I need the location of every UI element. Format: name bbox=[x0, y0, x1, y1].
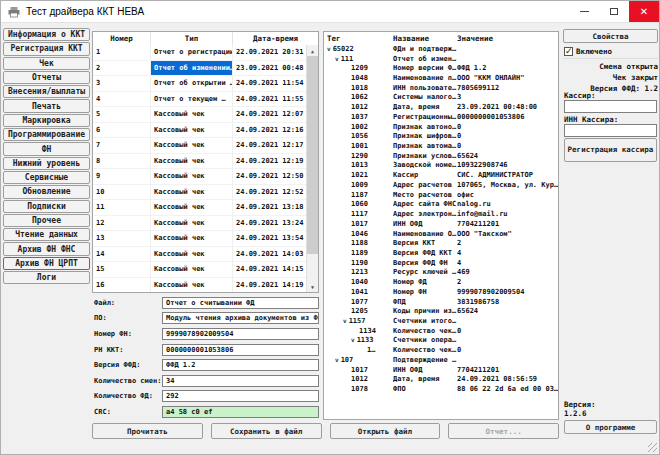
read-button[interactable]: Прочитать bbox=[92, 423, 203, 439]
table-scrollbar[interactable]: ▲ ▼ bbox=[306, 45, 318, 292]
table-row[interactable]: 1Отчет о регистрации22.09.2021 20:31 bbox=[93, 45, 307, 61]
tree-row[interactable]: 1048Наименование п…ООО "ККМ ОНЛАЙН" bbox=[324, 73, 558, 83]
tree-header-cell[interactable]: Значение bbox=[457, 34, 558, 43]
sidebar-item-other[interactable]: Прочее bbox=[3, 214, 90, 227]
tree-row[interactable]: 1056Признак шифров…0 bbox=[324, 131, 558, 141]
table-row[interactable]: 5Кассовый чек24.09.2021 12:07 bbox=[93, 107, 307, 123]
tree-row[interactable]: 1021КассирСИС. АДМИНИСТРАТОР bbox=[324, 170, 558, 180]
expand-icon[interactable]: v bbox=[335, 356, 339, 363]
tree-row[interactable]: 1046Наименование О…ООО "Такском" bbox=[324, 229, 558, 239]
sidebar-item-subscriptions[interactable]: Подписки bbox=[3, 200, 90, 213]
tree-row[interactable]: 1017ИНН ОФД7704211201 bbox=[324, 219, 558, 229]
tree-row[interactable]: 1040Номер ФД2 bbox=[324, 277, 558, 287]
crc-input[interactable] bbox=[162, 406, 319, 418]
sidebar-item-deposits-withdrawals[interactable]: Внесения/выплаты bbox=[3, 85, 90, 98]
tree-row[interactable]: 1290Признаки услов…65624 bbox=[324, 151, 558, 161]
tree-row[interactable]: 1037Регистрационны…0000000001053806 bbox=[324, 112, 558, 122]
tree-row[interactable]: 1078ФПО88 06 22 2d 6a ed 00 03… bbox=[324, 384, 558, 394]
about-button[interactable]: О программе bbox=[564, 420, 657, 434]
register-cashier-button[interactable]: Регистрация кассира bbox=[564, 138, 657, 162]
tree-header-cell[interactable]: Название bbox=[393, 34, 457, 43]
properties-button[interactable]: Свойства bbox=[563, 29, 658, 43]
tree-row[interactable]: 1117Адрес электрон…info@mail.ru bbox=[324, 209, 558, 219]
expand-icon[interactable]: v bbox=[343, 317, 347, 324]
tree-row[interactable]: 1012Дата, время24.09.2021 08:56:59 bbox=[324, 374, 558, 384]
sidebar-item-info-kkt[interactable]: Информация о ККТ bbox=[3, 28, 90, 41]
fd-count-input[interactable] bbox=[162, 390, 319, 402]
sidebar-item-print[interactable]: Печать bbox=[3, 99, 90, 112]
tree-row[interactable]: v1133Счетчики опера… bbox=[324, 336, 558, 346]
expand-icon[interactable]: v bbox=[327, 45, 331, 52]
save-to-file-button[interactable]: Сохранить в файл bbox=[211, 423, 322, 439]
scroll-down-icon[interactable]: ▼ bbox=[307, 281, 318, 292]
tree-row[interactable]: 1060Адрес сайта ФНСnalog.ru bbox=[324, 200, 558, 210]
tree-row[interactable]: 1187Место расчетовофис bbox=[324, 190, 558, 200]
tree-row[interactable]: 1213Ресурс ключей …469 bbox=[324, 268, 558, 278]
table-row[interactable]: 4Отчет о текущем …24.09.2021 11:55 bbox=[93, 92, 307, 108]
tree-row[interactable]: 1002Признак автоно…0 bbox=[324, 122, 558, 132]
expand-icon[interactable]: v bbox=[351, 336, 355, 343]
table-row[interactable]: 11Кассовый чек24.09.2021 13:18 bbox=[93, 200, 307, 216]
table-row[interactable]: 16Кассовый чек24.09.2021 14:19 bbox=[93, 278, 307, 294]
sidebar-item-data-reading[interactable]: Чтение данных bbox=[3, 228, 90, 241]
tree-row[interactable]: 1134Количество чек…0 bbox=[324, 326, 558, 336]
table-row[interactable]: 9Кассовый чек24.09.2021 12:50 bbox=[93, 169, 307, 185]
table-row[interactable]: 7Кассовый чек24.09.2021 12:17 bbox=[93, 138, 307, 154]
file-input[interactable] bbox=[162, 297, 319, 309]
table-header-cell[interactable]: Номер bbox=[93, 32, 151, 45]
tree-row[interactable]: v65022ФДн и подтверж… bbox=[324, 44, 558, 54]
tree-header-cell[interactable]: Тег bbox=[324, 34, 393, 43]
sidebar-item-marking[interactable]: Маркировка bbox=[3, 114, 90, 127]
sidebar-item-check[interactable]: Чек bbox=[3, 57, 90, 70]
tree-row[interactable]: 1017ИНН ОФД7704211201 bbox=[324, 365, 558, 375]
sidebar-item-service[interactable]: Сервисные bbox=[3, 171, 90, 184]
sidebar-item-fn[interactable]: ФН bbox=[3, 142, 90, 155]
table-row[interactable]: 10Кассовый чек24.09.2021 12:52 bbox=[93, 185, 307, 201]
tree-row[interactable]: 1062Системы налого…3 bbox=[324, 93, 558, 103]
tree-row[interactable]: 1001Признак автома…0 bbox=[324, 141, 558, 151]
tree-row[interactable]: 1009Адрес расчетов107065, Москва, ул. Ку… bbox=[324, 180, 558, 190]
cashier-input[interactable] bbox=[564, 100, 657, 113]
tree-row[interactable]: 1012Дата, время23.09.2021 00:48:00 bbox=[324, 102, 558, 112]
resize-grip[interactable] bbox=[648, 443, 657, 452]
table-row[interactable]: 15Кассовый чек24.09.2021 14:15 bbox=[93, 262, 307, 278]
software-input[interactable] bbox=[162, 312, 319, 324]
table-row[interactable]: 2Отчет об изменении…23.09.2021 00:48 bbox=[93, 61, 307, 77]
rn-kkt-input[interactable] bbox=[162, 344, 319, 356]
open-file-button[interactable]: Открыть файл bbox=[330, 423, 441, 439]
sidebar-item-update[interactable]: Обновление bbox=[3, 185, 90, 198]
tree-row[interactable]: 1209Номер версии Ф…ФФД 1.2 bbox=[324, 63, 558, 73]
ffd-version-input[interactable] bbox=[162, 359, 319, 371]
tree-row[interactable]: 1013Заводской номе…109322908746 bbox=[324, 161, 558, 171]
tree-row[interactable]: v107Подтверждение … bbox=[324, 355, 558, 365]
scrollbar-thumb[interactable] bbox=[307, 56, 318, 254]
table-header-cell[interactable]: Тип bbox=[151, 32, 233, 45]
sidebar-item-registration-kkt[interactable]: Регистрация ККТ bbox=[3, 42, 90, 55]
table-row[interactable]: 6Кассовый чек24.09.2021 12:16 bbox=[93, 123, 307, 139]
checkbox-icon[interactable]: ✓ bbox=[564, 47, 573, 56]
table-row[interactable]: 8Кассовый чек24.09.2021 12:19 bbox=[93, 154, 307, 170]
table-row[interactable]: 12Кассовый чек24.09.2021 13:24 bbox=[93, 216, 307, 232]
tree-row[interactable]: 1205Коды причин из…65624 bbox=[324, 306, 558, 316]
table-row[interactable]: 13Кассовый чек24.09.2021 13:54 bbox=[93, 231, 307, 247]
tree-row[interactable]: 1188Версия ККТ2 bbox=[324, 238, 558, 248]
table-row[interactable]: 3Отчет об открытии …24.09.2021 11:54 bbox=[93, 76, 307, 92]
sidebar-item-programming[interactable]: Программирование bbox=[3, 128, 90, 141]
expand-icon[interactable]: v bbox=[335, 55, 339, 62]
sidebar-item-reports[interactable]: Отчеты bbox=[3, 71, 90, 84]
enabled-checkbox-row[interactable]: ✓ Включено bbox=[564, 46, 658, 56]
tree-row[interactable]: 1…Количество чек…0 bbox=[324, 345, 558, 355]
tree-row[interactable]: 1018ИНН пользовате…7805699112 bbox=[324, 83, 558, 93]
table-row[interactable]: 14Кассовый чек24.09.2021 14:03 bbox=[93, 247, 307, 263]
table-header-cell[interactable]: Дата-время bbox=[233, 32, 318, 45]
sidebar-item-logs[interactable]: Логи bbox=[3, 271, 90, 284]
maximize-button[interactable] bbox=[599, 1, 629, 22]
tree-row[interactable]: 1189Версия ФФД ККТ4 bbox=[324, 248, 558, 258]
fn-number-input[interactable] bbox=[162, 328, 319, 340]
sidebar-item-low-level[interactable]: Нижний уровень bbox=[3, 157, 90, 170]
tree-row[interactable]: v111Отчет об измен… bbox=[324, 54, 558, 64]
tree-row[interactable]: 1077ФПД3831986758 bbox=[324, 297, 558, 307]
tree-row[interactable]: v1157Счетчики итого… bbox=[324, 316, 558, 326]
scroll-up-icon[interactable]: ▲ bbox=[307, 45, 318, 56]
cashier-inn-input[interactable] bbox=[564, 124, 657, 137]
